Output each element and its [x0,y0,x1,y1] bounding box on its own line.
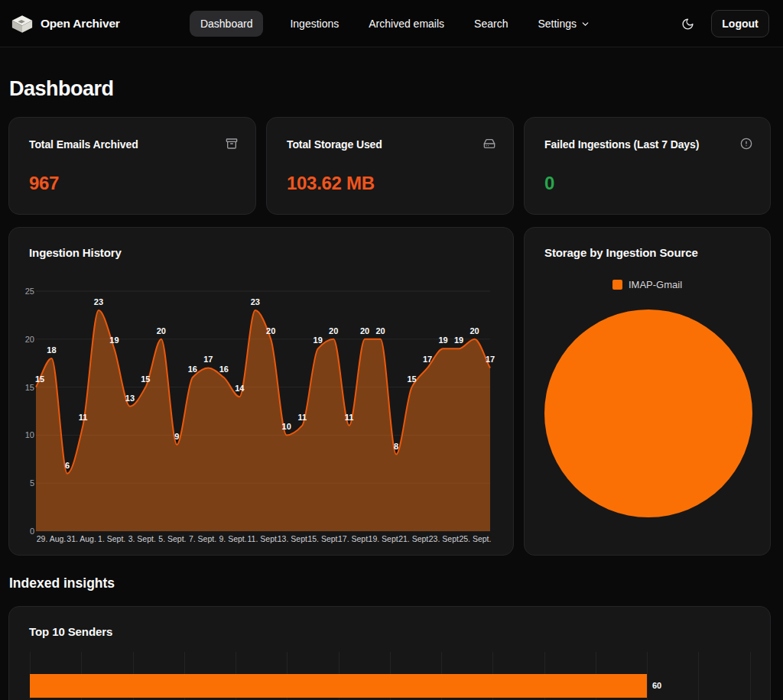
main-nav: Dashboard Ingestions Archived emails Sea… [0,0,783,47]
svg-text:5. Sept.: 5. Sept. [158,534,186,543]
stat-title: Failed Ingestions (Last 7 Days) [544,138,699,151]
svg-text:25: 25 [25,287,34,296]
insights-heading: Indexed insights [9,575,115,591]
stat-card-failed-ingestions: Failed Ingestions (Last 7 Days) 0 [524,117,771,215]
sender-bar-value: 60 [652,681,661,690]
page-title: Dashboard [9,77,114,101]
bar-gridline [698,652,699,700]
theme-toggle-button[interactable] [681,18,694,31]
svg-text:15: 15 [25,383,34,392]
svg-text:13. Sept.: 13. Sept. [278,534,310,543]
svg-text:20: 20 [469,326,479,335]
svg-text:23: 23 [94,297,103,306]
svg-text:17: 17 [486,355,495,364]
svg-text:23. Sept.: 23. Sept. [429,534,461,543]
stat-title: Total Storage Used [287,138,382,151]
svg-text:25. Sept.: 25. Sept. [459,534,491,543]
nav-item-settings[interactable]: Settings [534,11,593,37]
svg-text:10: 10 [25,430,34,439]
svg-text:15: 15 [35,374,44,384]
svg-text:19: 19 [314,335,323,345]
svg-text:15. Sept.: 15. Sept. [307,534,340,543]
svg-text:19. Sept.: 19. Sept. [369,534,401,543]
svg-text:20: 20 [157,326,166,335]
svg-text:18: 18 [47,345,56,355]
bar-gridline [750,652,751,700]
svg-text:9: 9 [174,432,179,441]
svg-text:13: 13 [125,394,135,403]
svg-text:23: 23 [251,297,260,306]
stat-card-total-storage: Total Storage Used 103.62 MB [266,117,514,215]
stat-value: 967 [29,173,59,194]
svg-text:19: 19 [438,335,447,345]
nav-item-ingestions[interactable]: Ingestions [287,11,342,37]
svg-text:20: 20 [329,326,338,335]
svg-text:20: 20 [375,326,385,335]
svg-text:7. Sept.: 7. Sept. [189,534,216,543]
nav-right: Logout [681,0,769,47]
storage-by-source-card: Storage by Ingestion Source IMAP-Gmail [524,227,771,556]
svg-text:14: 14 [235,384,245,393]
svg-text:1. Sept.: 1. Sept. [98,534,125,543]
svg-text:5: 5 [30,478,34,488]
svg-text:15: 15 [407,374,416,384]
svg-text:17: 17 [423,355,432,364]
svg-text:15: 15 [141,374,150,384]
top-senders-title: Top 10 Senders [29,625,112,638]
svg-text:19: 19 [454,335,463,345]
stat-value: 0 [544,173,554,194]
svg-text:3. Sept.: 3. Sept. [128,534,156,543]
ingestion-history-title: Ingestion History [29,246,122,259]
svg-text:11. Sept.: 11. Sept. [248,534,279,543]
alert-circle-icon [740,138,752,153]
chevron-down-icon [580,19,590,29]
svg-text:31. Aug.: 31. Aug. [67,534,96,543]
svg-text:8: 8 [394,442,398,451]
top-senders-card: Top 10 Senders 60 [8,606,771,700]
ingestion-history-card: Ingestion History 0510152025151861123191… [8,227,514,556]
navbar: Open Archiver Dashboard Ingestions Archi… [0,0,783,47]
nav-item-archived-emails[interactable]: Archived emails [366,11,447,37]
bar-gridline [647,652,648,700]
svg-text:19: 19 [109,335,119,345]
svg-text:21. Sept.: 21. Sept. [398,534,430,543]
logout-button[interactable]: Logout [711,10,769,37]
storage-pie-chart[interactable] [525,228,770,555]
svg-text:16: 16 [219,365,229,374]
hard-drive-icon [483,138,495,153]
pie-slice-imap-gmail[interactable] [544,309,752,517]
svg-text:9. Sept.: 9. Sept. [219,534,246,543]
svg-text:6: 6 [65,461,70,470]
settings-label: Settings [538,18,577,30]
moon-icon [681,18,694,31]
nav-item-search[interactable]: Search [471,11,511,37]
svg-text:11: 11 [79,413,88,422]
svg-text:20: 20 [25,335,34,344]
svg-text:11: 11 [297,413,307,422]
nav-item-dashboard[interactable]: Dashboard [190,11,264,37]
svg-text:29. Aug.: 29. Aug. [37,534,67,543]
svg-text:10: 10 [282,422,291,431]
svg-text:17. Sept.: 17. Sept. [338,534,370,543]
svg-text:16: 16 [188,365,197,374]
ingestion-history-area-chart[interactable]: 0510152025151861123191315209161716142320… [9,271,513,556]
archive-icon [226,138,238,153]
svg-text:17: 17 [203,355,213,364]
svg-text:11: 11 [345,413,354,422]
svg-text:20: 20 [360,326,369,335]
svg-text:20: 20 [266,326,275,335]
stat-title: Total Emails Archived [29,138,138,151]
stat-card-total-emails: Total Emails Archived 967 [8,117,256,215]
svg-text:0: 0 [30,527,34,536]
sender-bar[interactable] [30,674,647,698]
stat-value: 103.62 MB [287,173,375,194]
